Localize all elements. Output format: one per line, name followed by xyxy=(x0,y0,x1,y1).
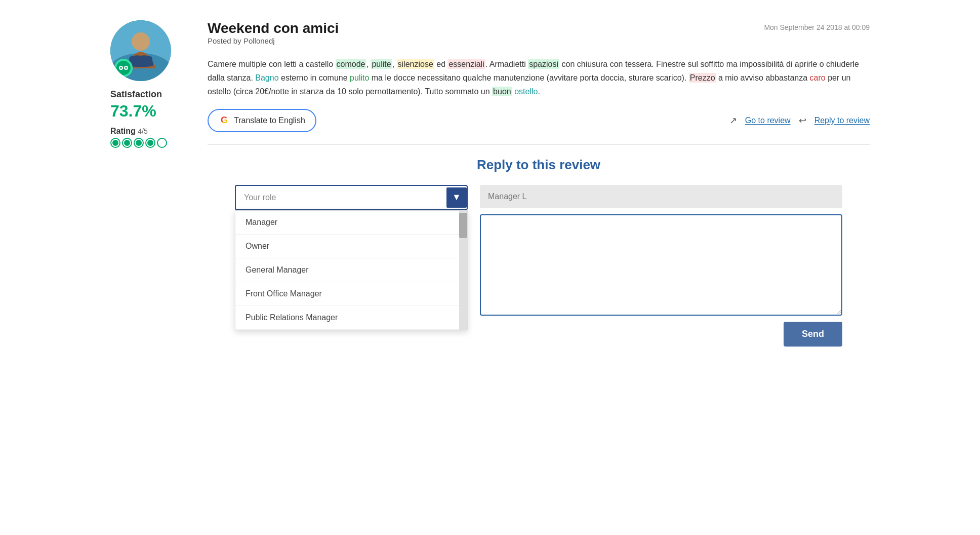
text-ostello: ostello xyxy=(514,87,538,96)
rating-circle-1 xyxy=(110,138,120,148)
reply-to-review-link[interactable]: Reply to review xyxy=(814,116,870,125)
text-ma-le: ma le docce necessitano qualche manutenz… xyxy=(369,73,688,82)
role-option-manager[interactable]: Manager xyxy=(235,211,467,235)
text-caro: caro xyxy=(810,73,826,82)
translate-label: Translate to English xyxy=(234,116,305,125)
chevron-down-icon: ▼ xyxy=(452,192,461,203)
dropdown-scrollbar[interactable] xyxy=(459,211,467,330)
reply-section: Reply to this review Your role ▼ Manager xyxy=(235,157,842,347)
dropdown-arrow-button[interactable]: ▼ xyxy=(446,187,467,208)
text-ed: ed xyxy=(434,60,448,68)
role-option-owner[interactable]: Owner xyxy=(235,235,467,258)
rating-circles xyxy=(110,138,191,148)
text-silenziose: silenziose xyxy=(397,59,434,69)
reply-right: Send xyxy=(480,185,842,347)
sidebar: Satisfaction 73.7% Rating 4/5 xyxy=(110,20,191,347)
text-esterno: esterno in comune xyxy=(279,73,350,82)
text-essenziali: essenziali xyxy=(447,59,485,69)
text-pulito: pulito xyxy=(350,73,369,82)
scrollbar-thumb xyxy=(459,213,467,238)
text-buon: buon xyxy=(492,87,512,96)
send-button[interactable]: Send xyxy=(784,322,842,347)
rating-circle-5 xyxy=(157,138,167,148)
rating-circle-2 xyxy=(122,138,132,148)
google-logo-icon: G xyxy=(219,115,230,126)
goto-review-link[interactable]: Go to review xyxy=(745,116,791,125)
reply-textarea[interactable] xyxy=(480,214,842,316)
text-normal-1: Camere multiple con letti a castello xyxy=(208,60,336,68)
text-armadietti: . Armadietti xyxy=(485,60,528,68)
role-option-general-manager[interactable]: General Manager xyxy=(235,258,467,282)
text-comode: comode xyxy=(336,59,366,69)
rating-circle-4 xyxy=(145,138,155,148)
text-a-mio: a mio avviso abbastanza xyxy=(716,73,810,82)
text-period: . xyxy=(538,87,540,96)
rating-label: Rating 4/5 xyxy=(110,127,191,136)
review-container: Satisfaction 73.7% Rating 4/5 Weekend co… xyxy=(110,12,870,347)
role-dropdown[interactable]: Your role ▼ xyxy=(235,185,468,210)
satisfaction-value: 73.7% xyxy=(110,102,191,121)
review-actions: G Translate to English ↗ Go to review ↩ … xyxy=(208,109,870,132)
svg-point-7 xyxy=(120,67,121,68)
review-poster: Posted by Pollonedj xyxy=(208,36,339,45)
dropdown-list: Manager Owner General Manager Front Offi… xyxy=(235,210,468,330)
role-option-pr-manager[interactable]: Public Relations Manager xyxy=(235,306,467,330)
main-content: Weekend con amici Posted by Pollonedj Mo… xyxy=(208,20,870,347)
reply-form: Your role ▼ Manager Owner General Manage… xyxy=(235,185,842,347)
text-prezzo: Prezzo xyxy=(689,73,716,83)
text-pulite: pulite xyxy=(371,59,392,69)
external-link-icon: ↗ xyxy=(729,115,737,126)
avatar xyxy=(110,20,171,81)
review-header: Weekend con amici Posted by Pollonedj Mo… xyxy=(208,20,870,53)
reply-arrow-icon: ↩ xyxy=(799,115,806,126)
review-title: Weekend con amici xyxy=(208,20,339,36)
role-placeholder: Your role xyxy=(244,193,276,202)
section-divider xyxy=(208,144,870,145)
review-title-group: Weekend con amici Posted by Pollonedj xyxy=(208,20,339,53)
svg-point-8 xyxy=(126,67,127,68)
text-bagno: Bagno xyxy=(255,73,278,82)
manager-name-input[interactable] xyxy=(480,185,842,208)
svg-point-2 xyxy=(132,32,150,51)
rating-circle-3 xyxy=(134,138,144,148)
action-links: ↗ Go to review ↩ Reply to review xyxy=(729,115,870,126)
text-spaziosi: spaziosi xyxy=(528,59,559,69)
role-option-front-office[interactable]: Front Office Manager xyxy=(235,282,467,306)
tripadvisor-logo xyxy=(114,59,133,77)
rating-fraction: 4/5 xyxy=(138,127,147,135)
role-dropdown-container: Your role ▼ Manager Owner General Manage… xyxy=(235,185,468,210)
text-comma-2: , xyxy=(392,60,397,68)
reply-title: Reply to this review xyxy=(235,157,842,173)
translate-button[interactable]: G Translate to English xyxy=(208,109,316,132)
review-text: Camere multiple con letti a castello com… xyxy=(208,57,870,99)
review-date: Mon September 24 2018 at 00:09 xyxy=(764,23,870,31)
satisfaction-label: Satisfaction xyxy=(110,89,191,100)
